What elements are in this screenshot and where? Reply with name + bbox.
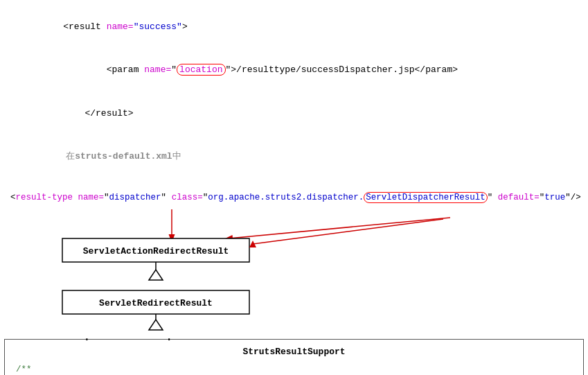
result-open-tag: <result name="success"> xyxy=(42,6,588,49)
svg-line-0 xyxy=(229,218,450,238)
svg-text:ServletActionRedirectResult: ServletActionRedirectResult xyxy=(83,246,229,256)
tag-bracket: < xyxy=(63,21,69,32)
svg-line-4 xyxy=(253,219,443,244)
svg-text:ServletRedirectResult: ServletRedirectResult xyxy=(99,298,213,308)
param-tag: <param name="location">/resulttype/succe… xyxy=(42,49,588,91)
svg-marker-7 xyxy=(149,270,163,280)
javadoc-line-1: /** xyxy=(16,363,572,375)
class-title: StrutsResultSupport xyxy=(16,347,572,357)
attr-val-1: "success" xyxy=(134,21,182,32)
top-code-section: <result name="success"> <param name="loc… xyxy=(0,0,588,182)
tag-name: result xyxy=(69,21,101,32)
result-close-tag: </result> xyxy=(42,92,588,135)
struts-label: 在struts-default.xml中 xyxy=(42,135,588,178)
result-type-line: <result-type name="dispatcher" class="or… xyxy=(0,182,588,204)
svg-text:.          .: . . xyxy=(83,330,173,344)
javadoc-block: /** * The location to go to after action… xyxy=(16,363,572,375)
diagram-svg: ServletActionRedirectResult ServletRedir… xyxy=(0,204,588,339)
bottom-code-panel: StrutsResultSupport /** * The location t… xyxy=(4,339,584,375)
svg-marker-11 xyxy=(149,320,163,330)
attr-name-1: name= xyxy=(107,21,134,32)
location-highlight: location xyxy=(177,64,225,76)
class-diagram: ServletActionRedirectResult ServletRedir… xyxy=(0,204,588,339)
